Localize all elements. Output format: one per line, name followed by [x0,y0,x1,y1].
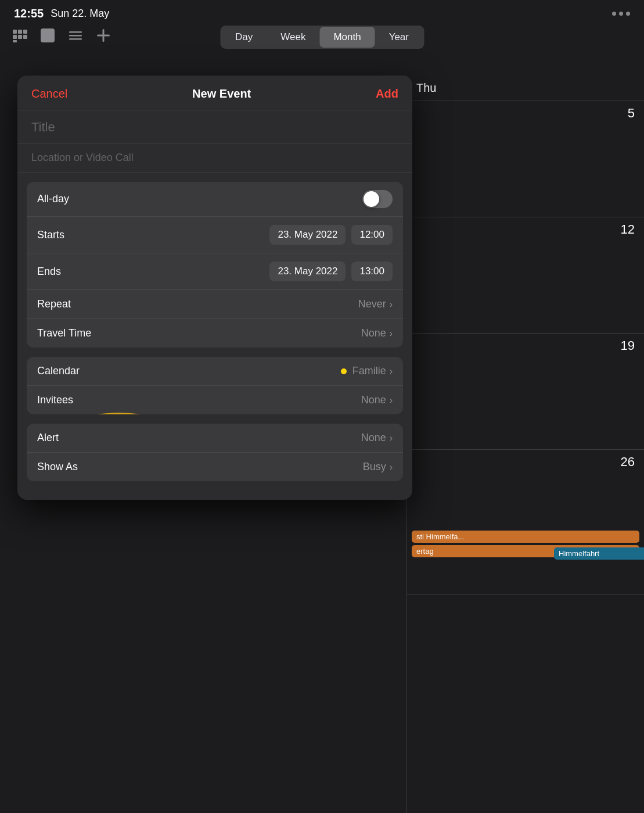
svg-rect-10 [69,38,82,40]
starts-date-pill[interactable]: 23. May 2022 [269,225,346,245]
cancel-button[interactable]: Cancel [31,87,67,101]
starts-label: Starts [37,229,78,241]
alert-label: Alert [37,432,59,444]
all-day-row: All-day [27,182,403,217]
view-tab-group: Day Week Month Year [220,26,424,49]
toolbar: Day Week Month Year [0,25,644,54]
add-button[interactable]: Add [376,87,398,101]
all-day-label: All-day [37,193,69,205]
show-as-row[interactable]: Show As Busy › [27,453,403,481]
calendar-value: Familie [352,365,386,377]
dot-3 [626,12,630,16]
alert-row[interactable]: Alert None › [27,424,403,453]
invitees-value-group: None › [361,394,393,406]
dot-1 [612,12,616,16]
ends-label: Ends [37,266,78,278]
new-event-modal: Cancel New Event Add Location or Video C… [17,76,412,500]
repeat-chevron: › [390,299,393,310]
location-section[interactable]: Location or Video Call [17,144,412,173]
alert-showas-card: Alert None › Show As Busy › [27,424,403,481]
event-himmelfahrt: Himmelfahrt [554,547,644,560]
toolbar-left [12,27,111,47]
inbox-icon[interactable] [39,27,56,47]
repeat-value: Never [358,298,386,310]
invitees-circle-annotation [48,408,168,414]
alert-value: None [361,432,386,444]
calendar-value-group: Familie › [341,365,393,377]
travel-time-label: Travel Time [37,327,91,339]
show-as-label: Show As [37,461,78,473]
datetime-settings-card: All-day Starts 23. May 2022 12:00 Ends 2… [27,182,403,348]
show-as-value-group: Busy › [363,461,393,473]
starts-row: Starts 23. May 2022 12:00 [27,217,403,253]
event-himmelfa: sti Himmelfa... [412,531,639,543]
calendar-label: Calendar [37,365,80,377]
calendar-chevron: › [390,366,393,377]
ends-row: Ends 23. May 2022 13:00 [27,253,403,290]
add-event-icon[interactable] [95,27,111,47]
cal-date-5: 5 [407,101,644,126]
svg-rect-5 [23,35,27,39]
all-day-toggle[interactable] [362,190,393,208]
svg-rect-1 [18,30,22,34]
status-time: 12:55 [14,7,44,20]
invitees-label: Invitees [37,394,73,406]
ends-time-pill[interactable]: 13:00 [351,262,393,281]
ends-date-pill[interactable]: 23. May 2022 [269,262,346,281]
show-as-value: Busy [363,461,386,473]
tab-day[interactable]: Day [221,27,267,48]
repeat-value-group: Never › [358,298,393,310]
cal-date-12: 12 [407,217,644,242]
alert-chevron: › [390,433,393,443]
invitees-value: None [361,394,386,406]
ends-pills: 23. May 2022 13:00 [269,262,393,281]
modal-title: New Event [192,87,251,101]
tab-week[interactable]: Week [267,27,319,48]
svg-rect-0 [13,30,17,34]
travel-time-value: None [361,327,386,339]
status-dots [612,12,630,16]
repeat-label: Repeat [37,298,71,310]
svg-rect-2 [23,30,27,34]
calendar-row[interactable]: Calendar Familie › [27,357,403,386]
modal-header: Cancel New Event Add [17,76,412,110]
starts-time-pill[interactable]: 12:00 [351,225,393,245]
toggle-thumb [364,191,379,207]
title-section [17,110,412,144]
calendar-grid-icon[interactable] [12,27,28,47]
travel-time-row[interactable]: Travel Time None › [27,319,403,348]
tab-year[interactable]: Year [375,27,423,48]
cal-date-26: 26 [407,450,644,474]
tab-month[interactable]: Month [319,27,375,48]
list-icon[interactable] [67,27,84,47]
cal-date-19: 19 [407,334,644,358]
travel-time-value-group: None › [361,327,393,339]
svg-rect-8 [69,31,82,33]
calendar-invitees-card: Calendar Familie › Invitees None › [27,357,403,414]
thu-header: Thu [407,76,644,101]
svg-rect-6 [13,40,17,42]
svg-rect-9 [69,35,82,37]
svg-rect-3 [13,35,17,39]
dot-2 [619,12,623,16]
svg-rect-4 [18,35,22,39]
status-date: Sun 22. May [51,8,109,20]
invitees-chevron: › [390,395,393,406]
travel-time-chevron: › [390,328,393,339]
invitees-row[interactable]: Invitees None › [27,386,403,414]
calendar-dot [341,368,347,374]
starts-pills: 23. May 2022 12:00 [269,225,393,245]
status-bar: 12:55 Sun 22. May [0,0,644,25]
svg-rect-12 [97,35,110,37]
show-as-chevron: › [390,462,393,472]
location-placeholder: Location or Video Call [31,152,134,163]
alert-value-group: None › [361,432,393,444]
event-title-input[interactable] [31,120,398,143]
repeat-row[interactable]: Repeat Never › [27,290,403,319]
